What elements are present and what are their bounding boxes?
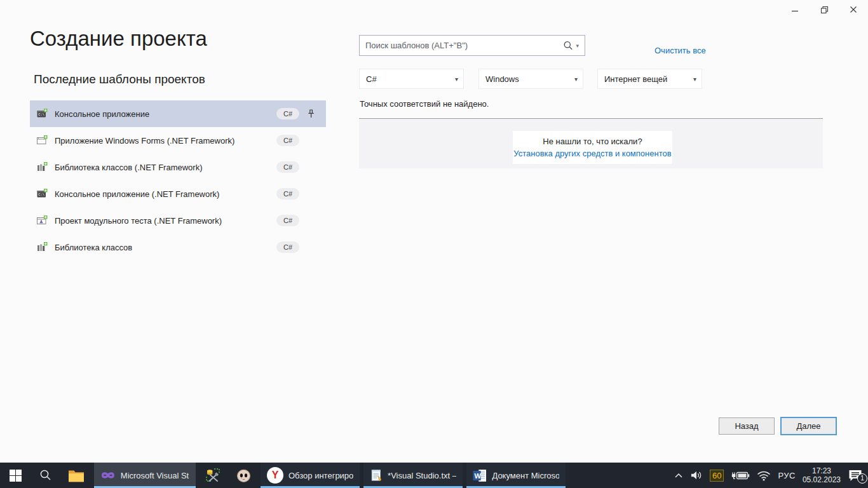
restore-icon[interactable]: [810, 0, 839, 19]
no-matches-status: Точных соответствий не найдено.: [360, 99, 489, 109]
template-label: Приложение Windows Forms (.NET Framework…: [55, 136, 234, 146]
file-explorer-icon: [68, 469, 85, 482]
template-row-class-library[interactable]: Библиотека классов C#: [30, 234, 326, 261]
task-label: Документ Microso...: [492, 471, 559, 480]
back-button[interactable]: Назад: [719, 417, 775, 435]
start-button[interactable]: [0, 463, 31, 488]
create-project-dialog: Создание проекта Последние шаблоны проек…: [0, 0, 868, 488]
chevron-down-icon: ▾: [693, 76, 696, 83]
next-button[interactable]: Далее: [780, 417, 837, 435]
taskbar-task-notepad[interactable]: *Visual Studio.txt – ...: [363, 463, 463, 488]
project-type-filter-value: Интернет вещей: [604, 74, 667, 84]
taskbar-task-visual-studio[interactable]: Microsoft Visual St...: [94, 463, 196, 488]
taskbar-task-yandex-browser[interactable]: Y Обзор интегриров...: [261, 463, 360, 488]
taskbar-search-icon: [39, 469, 52, 482]
file-explorer-button[interactable]: [61, 463, 92, 488]
isaac-game-icon: [236, 468, 252, 484]
battery-percent-indicator[interactable]: 60: [710, 470, 724, 482]
wifi-icon[interactable]: [757, 470, 771, 481]
speaker-icon[interactable]: [690, 470, 703, 481]
svg-text:C:\: C:\: [38, 113, 44, 117]
battery-charging-icon[interactable]: [731, 470, 750, 481]
system-tray: 60 РУС 17:23 05.02.2023 1: [674, 463, 868, 488]
window-controls: [780, 0, 868, 19]
notepad-icon: [370, 468, 383, 483]
platform-filter-value: Windows: [485, 74, 519, 84]
not-found-prompt: Не нашли то, что искали?: [543, 137, 642, 146]
language-filter-dropdown[interactable]: C# ▾: [359, 69, 464, 89]
yandex-browser-icon: Y: [267, 467, 283, 484]
clear-all-link[interactable]: Очистить все: [654, 46, 706, 55]
template-label: Консольное приложение: [55, 109, 149, 119]
language-badge: C#: [276, 241, 299, 253]
word-icon: W: [473, 468, 487, 483]
template-row-console-app-netfx[interactable]: C:\ Консольное приложение (.NET Framewor…: [30, 180, 326, 207]
chevron-down-icon: ▾: [574, 76, 578, 83]
taskbar: Microsoft Visual St... Y Обзор интегриро…: [0, 463, 868, 488]
language-badge: C#: [276, 215, 299, 226]
taskbar-search-button[interactable]: [31, 463, 61, 488]
winforms-app-icon: [37, 135, 48, 146]
tools-icon: [205, 468, 220, 483]
search-icon[interactable]: ▾: [563, 41, 585, 51]
class-library-icon: [37, 162, 48, 172]
console-app-icon: C:\: [37, 109, 48, 119]
clock[interactable]: 17:23 05.02.2023: [803, 466, 841, 484]
task-label: Обзор интегриров...: [288, 471, 353, 480]
action-center-icon[interactable]: 1: [848, 469, 863, 482]
language-filter-value: C#: [366, 74, 377, 84]
notification-count-badge: 1: [857, 473, 867, 484]
template-row-unit-test[interactable]: Проект модульного теста (.NET Framework)…: [30, 207, 326, 234]
search-options-caret-icon[interactable]: ▾: [576, 43, 579, 49]
search-input[interactable]: [360, 41, 563, 50]
template-label: Библиотека классов (.NET Framework): [55, 163, 203, 172]
project-type-filter-dropdown[interactable]: Интернет вещей ▾: [597, 69, 702, 89]
recent-templates-title: Последние шаблоны проектов: [34, 72, 205, 86]
template-row-winforms-app[interactable]: Приложение Windows Forms (.NET Framework…: [30, 127, 326, 154]
close-icon[interactable]: [839, 0, 868, 19]
page-title: Создание проекта: [30, 27, 207, 51]
template-row-class-library-netfx[interactable]: Библиотека классов (.NET Framework) C#: [30, 154, 326, 180]
language-badge: C#: [276, 135, 299, 146]
template-label: Библиотека классов: [55, 243, 132, 252]
tray-date: 05.02.2023: [803, 475, 841, 484]
install-tools-link[interactable]: Установка других средств и компонентов: [513, 149, 671, 158]
pin-icon[interactable]: [299, 109, 322, 118]
console-app-icon: C:\: [37, 189, 48, 199]
isaac-game-button[interactable]: [229, 463, 258, 488]
visual-studio-icon: [100, 467, 116, 484]
platform-filter-dropdown[interactable]: Windows ▾: [478, 69, 583, 89]
chevron-up-icon[interactable]: [674, 473, 683, 478]
unit-test-icon: [37, 215, 48, 226]
not-found-box: Не нашли то, что искали? Установка други…: [513, 131, 672, 164]
svg-text:W: W: [475, 471, 482, 479]
template-label: Проект модульного теста (.NET Framework): [55, 216, 222, 226]
class-library-icon: [37, 242, 48, 252]
language-badge: C#: [276, 108, 299, 119]
language-badge: C#: [276, 188, 299, 200]
task-label: Microsoft Visual St...: [121, 471, 189, 480]
windows-start-icon: [10, 470, 22, 482]
minimize-icon[interactable]: [780, 0, 810, 19]
tools-app-button[interactable]: [198, 463, 227, 488]
taskbar-task-word[interactable]: W Документ Microso...: [466, 463, 566, 488]
recent-templates-list: C:\ Консольное приложение C# Приложение …: [30, 100, 326, 261]
template-search-box: ▾: [359, 35, 585, 56]
language-indicator[interactable]: РУС: [778, 471, 796, 480]
chevron-down-icon: ▾: [455, 76, 458, 83]
tray-time: 17:23: [812, 466, 831, 475]
svg-text:C:\: C:\: [38, 193, 44, 197]
language-badge: C#: [276, 161, 299, 173]
task-label: *Visual Studio.txt – ...: [388, 471, 456, 480]
template-label: Консольное приложение (.NET Framework): [55, 189, 219, 199]
template-row-console-app[interactable]: C:\ Консольное приложение C#: [30, 100, 326, 127]
